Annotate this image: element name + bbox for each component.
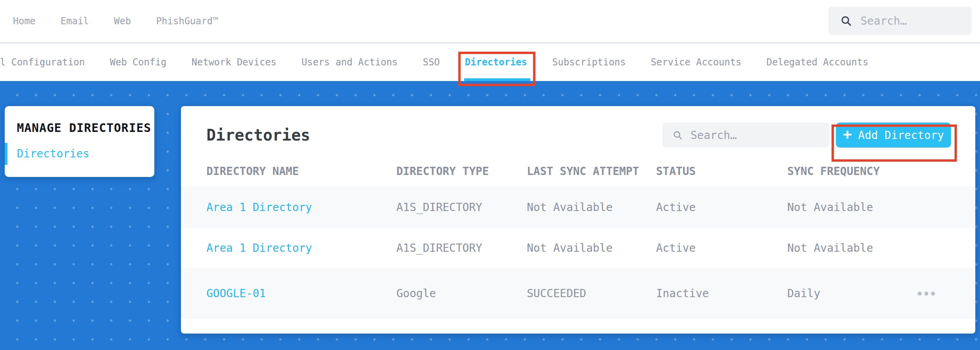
column-header-last-sync-attempt: LAST SYNC ATTEMPT [527, 165, 656, 178]
search-icon [840, 15, 852, 27]
add-directory-button[interactable]: + Add Directory [836, 123, 951, 148]
table-header-row: DIRECTORY NAME DIRECTORY TYPE LAST SYNC … [181, 156, 975, 186]
directories-search-input[interactable] [691, 129, 808, 142]
tab-email-configuration[interactable]: Email Configuration [0, 43, 85, 81]
table-row: GOOGLE-01 Google SUCCEEDED Inactive Dail… [181, 268, 975, 319]
sync-frequency-cell: Daily [787, 287, 917, 300]
global-search-box[interactable] [828, 7, 972, 35]
sidebar-card: MANAGE DIRECTORIES Directories [5, 106, 154, 177]
sidebar-title: MANAGE DIRECTORIES [5, 106, 154, 135]
last-sync-attempt-cell: Not Available [527, 242, 656, 254]
page-title: Directories [206, 126, 310, 144]
tab-delegated-accounts[interactable]: Delegated Accounts [767, 43, 868, 81]
global-search-input[interactable] [861, 14, 958, 27]
directory-type-cell: A1S_DIRECTORY [396, 242, 527, 254]
directory-type-cell: Google [396, 287, 527, 300]
tab-web-config[interactable]: Web Config [110, 43, 167, 81]
column-header-status: STATUS [656, 165, 787, 178]
settings-tabs: Email Configuration Web Config Network D… [0, 43, 980, 81]
primary-nav: Home Email Web PhishGuard™ [0, 16, 218, 27]
directory-name-link[interactable]: Area 1 Directory [206, 201, 396, 214]
last-sync-attempt-cell: Not Available [527, 201, 656, 214]
sync-frequency-cell: Not Available [787, 242, 917, 254]
add-directory-button-label: Add Directory [858, 129, 944, 142]
tab-service-accounts[interactable]: Service Accounts [651, 43, 741, 81]
last-sync-attempt-cell: SUCCEEDED [527, 287, 656, 300]
sidebar-item-label: Directories [17, 147, 89, 160]
sidebar-item-directories[interactable]: Directories [5, 147, 154, 161]
table-row: Area 1 Directory A1S_DIRECTORY Not Avail… [181, 186, 975, 228]
nav-item-email[interactable]: Email [61, 16, 89, 27]
nav-item-phishguard[interactable]: PhishGuard™ [156, 16, 218, 27]
column-header-directory-name: DIRECTORY NAME [206, 165, 396, 178]
column-header-sync-frequency: SYNC FREQUENCY [787, 165, 917, 178]
active-item-indicator [5, 143, 7, 165]
ellipsis-icon[interactable] [918, 292, 975, 296]
page-background: MANAGE DIRECTORIES Directories Directori… [0, 81, 980, 350]
panel-header-actions: + Add Directory [662, 123, 951, 148]
sync-frequency-cell: Not Available [787, 201, 917, 214]
status-cell: Active [656, 242, 787, 254]
nav-item-web[interactable]: Web [114, 16, 131, 27]
tab-users-and-actions[interactable]: Users and Actions [302, 43, 398, 81]
search-icon [673, 130, 683, 140]
directories-search-box[interactable] [662, 123, 829, 148]
plus-icon: + [843, 127, 852, 142]
table-row: Area 1 Directory A1S_DIRECTORY Not Avail… [181, 228, 975, 268]
directory-name-link[interactable]: Area 1 Directory [206, 242, 396, 254]
column-header-directory-type: DIRECTORY TYPE [396, 165, 527, 178]
panel-header: Directories + Add Directory [181, 106, 975, 148]
nav-item-home[interactable]: Home [13, 16, 36, 27]
tab-sso[interactable]: SSO [423, 43, 439, 81]
tab-subscriptions[interactable]: Subscriptions [552, 43, 626, 81]
directory-type-cell: A1S_DIRECTORY [396, 201, 527, 214]
directories-panel: Directories + Add Directory DIRECTORY NA… [181, 106, 975, 334]
status-cell: Active [656, 201, 787, 214]
tab-network-devices[interactable]: Network Devices [192, 43, 277, 81]
status-cell: Inactive [656, 287, 787, 300]
top-bar: Home Email Web PhishGuard™ [0, 0, 980, 43]
directories-table: DIRECTORY NAME DIRECTORY TYPE LAST SYNC … [181, 156, 975, 319]
tab-directories[interactable]: Directories [465, 43, 527, 81]
directory-name-link[interactable]: GOOGLE-01 [206, 287, 396, 300]
